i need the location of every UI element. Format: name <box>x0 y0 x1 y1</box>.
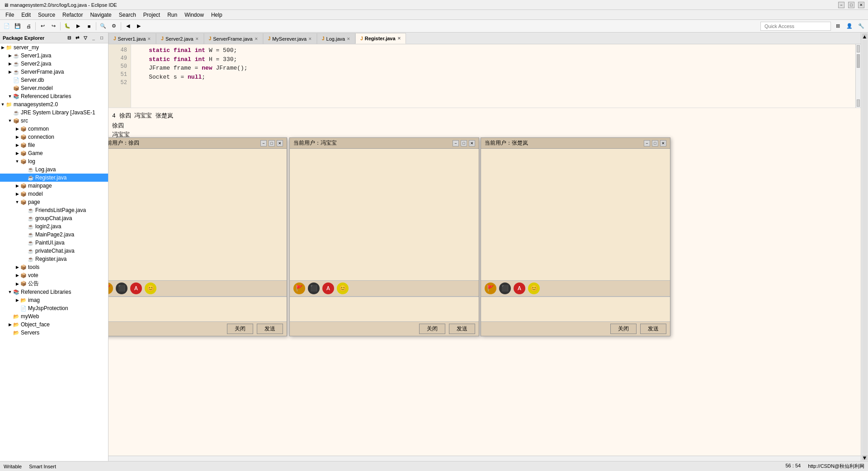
float-close-action-btn[interactable]: 关闭 <box>419 324 445 334</box>
tree-item[interactable]: 📂myWeb <box>0 312 108 320</box>
float-window-win1[interactable]: 当前用户：徐四 − □ ✕ 🚩⬛A😊 关闭 发送 <box>108 137 287 336</box>
tab-close-server2[interactable]: ✕ <box>195 37 199 41</box>
toolbar-new[interactable]: 📄 <box>2 21 12 31</box>
right-scroll-down[interactable]: ▼ <box>862 455 868 460</box>
tree-item[interactable]: ▶📦common <box>0 125 108 133</box>
tree-toggle[interactable]: ▼ <box>7 290 13 294</box>
tab-myserever[interactable]: J MySerever.java ✕ <box>263 33 317 44</box>
tree-item[interactable]: ☕Register.java <box>0 174 108 182</box>
menu-window[interactable]: Window <box>181 11 208 19</box>
close-button[interactable]: ✕ <box>858 2 864 8</box>
quick-access-input[interactable] <box>760 22 831 31</box>
float-close-btn[interactable]: ✕ <box>469 140 475 146</box>
tab-close-myserever[interactable]: ✕ <box>308 37 312 41</box>
tree-item[interactable]: ☕privateChat.java <box>0 247 108 255</box>
tree-item[interactable]: 📦Server.model <box>0 84 108 92</box>
tab-close-register[interactable]: ✕ <box>397 36 401 41</box>
toolbar-undo[interactable]: ↩ <box>38 21 47 31</box>
tree-item[interactable]: ☕PaintUI.java <box>0 239 108 247</box>
tree-item[interactable]: ▶📂imag <box>0 296 108 304</box>
flag-icon[interactable]: 🚩 <box>108 283 113 294</box>
float-close-action-btn[interactable]: 关闭 <box>610 324 637 334</box>
tree-toggle[interactable]: ▼ <box>14 159 20 164</box>
float-window-win3[interactable]: 当前用户：张楚岚 − □ ✕ 🚩⬛A😊 关闭 发送 <box>481 137 670 336</box>
tab-close-server1[interactable]: ✕ <box>147 37 151 41</box>
tree-item[interactable]: ▶📦connection <box>0 133 108 141</box>
open-perspective-btn[interactable]: ⊞ <box>833 21 843 31</box>
tree-item[interactable]: 📄MyJspProtection <box>0 304 108 312</box>
float-input-win1[interactable] <box>108 297 287 321</box>
float-close-action-btn[interactable]: 关闭 <box>227 324 253 334</box>
tab-server2[interactable]: J Server2.java ✕ <box>156 33 203 44</box>
tree-toggle[interactable]: ▼ <box>7 118 13 123</box>
tab-close-log[interactable]: ✕ <box>347 37 350 41</box>
block-icon[interactable]: ⬛ <box>499 283 511 294</box>
tree-item[interactable]: ☕FriendsListPage.java <box>0 206 108 214</box>
tree-toggle[interactable]: ▶ <box>7 70 13 74</box>
tree-item[interactable]: ▶📦mainpage <box>0 182 108 190</box>
float-close-btn[interactable]: ✕ <box>660 140 666 146</box>
toolbar-search[interactable]: 🔍 <box>98 21 108 31</box>
float-min-btn[interactable]: − <box>453 140 459 146</box>
tree-item[interactable]: ▶📦vote <box>0 271 108 279</box>
menu-run[interactable]: Run <box>164 11 181 19</box>
tree-toggle[interactable]: ▶ <box>14 265 20 269</box>
tree-toggle[interactable]: ▶ <box>7 322 13 327</box>
float-max-btn[interactable]: □ <box>461 140 467 146</box>
tree-toggle[interactable]: ▶ <box>14 282 20 286</box>
tree-toggle[interactable]: ▶ <box>14 298 20 302</box>
emoji-icon[interactable]: 😊 <box>528 283 540 294</box>
tab-log[interactable]: J Log.java ✕ <box>317 33 355 44</box>
tree-item[interactable]: ▶📦model <box>0 190 108 198</box>
tree-item[interactable]: ☕JRE System Library [JavaSE-1 <box>0 108 108 117</box>
tab-server1[interactable]: J Server1.java ✕ <box>108 33 156 44</box>
float-input-win3[interactable] <box>481 297 670 321</box>
editor-vscroll[interactable] <box>855 44 861 108</box>
toolbar-settings[interactable]: ⚙ <box>109 21 119 31</box>
toolbar-save[interactable]: 💾 <box>13 21 23 31</box>
emoji-icon[interactable]: 😊 <box>337 283 349 294</box>
flag-icon[interactable]: 🚩 <box>293 283 305 294</box>
toolbar-stop[interactable]: ■ <box>84 21 94 31</box>
tree-toggle[interactable]: ▶ <box>14 143 20 147</box>
tree-item[interactable]: ▶📦公告 <box>0 279 108 288</box>
tree-item[interactable]: ☕Log.java <box>0 165 108 174</box>
tree-item[interactable]: ▶📂Object_face <box>0 320 108 329</box>
menu-search[interactable]: Search <box>115 11 140 19</box>
tree-toggle[interactable]: ▶ <box>14 127 20 131</box>
toolbar-icon2[interactable]: 🔧 <box>856 21 866 31</box>
tree-item[interactable]: ▼📦src <box>0 117 108 125</box>
maximize-panel-btn[interactable]: □ <box>98 34 105 42</box>
tree-toggle[interactable]: ▶ <box>14 192 20 196</box>
toolbar-print[interactable]: 🖨 <box>24 21 33 31</box>
tree-item[interactable]: ▶☕Server1.java <box>0 52 108 60</box>
toolbar-icon1[interactable]: 👤 <box>844 21 854 31</box>
toolbar-forward[interactable]: ▶ <box>134 21 144 31</box>
menu-edit[interactable]: Edit <box>18 11 34 19</box>
menu-file[interactable]: File <box>2 11 18 19</box>
tree-item[interactable]: ☕Register.java <box>0 255 108 263</box>
tree-item[interactable]: ☕login2.java <box>0 222 108 231</box>
tree-item[interactable]: ▼📚Referenced Libraries <box>0 92 108 100</box>
float-max-btn[interactable]: □ <box>652 140 658 146</box>
tree-item[interactable]: ▼📁managesystem2.0 <box>0 100 108 108</box>
emoji-icon[interactable]: 😊 <box>145 283 156 294</box>
toolbar-run[interactable]: ▶ <box>73 21 83 31</box>
tree-toggle[interactable]: ▶ <box>0 45 5 50</box>
toolbar-back[interactable]: ◀ <box>123 21 133 31</box>
tab-register[interactable]: J Register.java ✕ <box>355 33 406 44</box>
link-editor-btn[interactable]: ⇄ <box>74 34 81 42</box>
menu-source[interactable]: Source <box>34 11 59 19</box>
view-menu-btn[interactable]: ▽ <box>82 34 89 42</box>
letter-a-icon[interactable]: A <box>322 283 334 294</box>
tree-toggle[interactable]: ▶ <box>14 273 20 278</box>
float-window-win2[interactable]: 当前用户：冯宝宝 − □ ✕ 🚩⬛A😊 关闭 发送 <box>289 137 479 336</box>
tree-item[interactable]: ☕MainPage2.java <box>0 231 108 239</box>
collapse-all-btn[interactable]: ⊟ <box>66 34 73 42</box>
tree-item[interactable]: 📂Servers <box>0 329 108 337</box>
tree-item[interactable]: ▶📁server_my <box>0 43 108 52</box>
tree-item[interactable]: ▶📦file <box>0 141 108 149</box>
tree-item[interactable]: ▶☕Server2.java <box>0 60 108 68</box>
editor-hscroll[interactable] <box>108 456 861 461</box>
minimize-button[interactable]: − <box>838 2 844 8</box>
